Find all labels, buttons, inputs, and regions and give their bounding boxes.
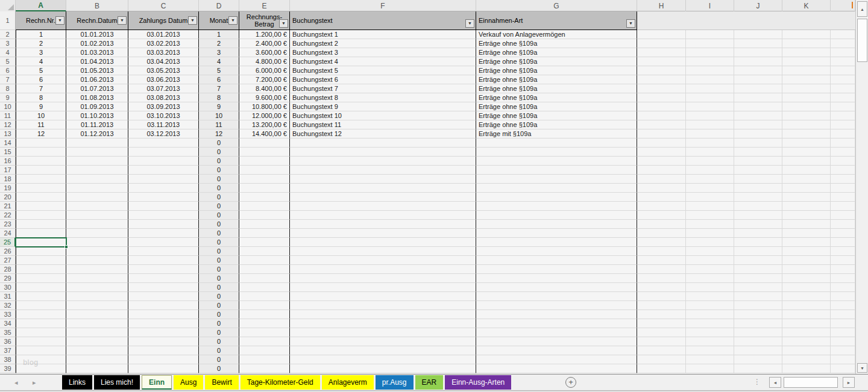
cell-I22[interactable]	[686, 211, 734, 220]
cell-E20[interactable]	[239, 193, 290, 202]
cell-E39[interactable]	[239, 364, 290, 373]
column-header-C[interactable]: C	[128, 0, 199, 11]
cell-I13[interactable]	[686, 129, 734, 138]
cell-B36[interactable]	[66, 337, 128, 346]
cell-H6[interactable]	[637, 66, 686, 75]
cell-K12[interactable]	[782, 120, 831, 129]
cell-G4[interactable]: Erträge ohne §109a	[476, 48, 637, 57]
cell-K2[interactable]	[782, 30, 831, 39]
cell-K24[interactable]	[782, 229, 831, 238]
cell-E19[interactable]	[239, 184, 290, 193]
cell-A5[interactable]: 4	[16, 57, 66, 66]
cell-K22[interactable]	[782, 211, 831, 220]
column-header-F[interactable]: F	[290, 0, 476, 11]
cell-C28[interactable]	[128, 265, 199, 274]
cell-B27[interactable]	[66, 256, 128, 265]
cell-J24[interactable]	[734, 229, 782, 238]
cell-A8[interactable]: 7	[16, 84, 66, 93]
cell-G10[interactable]: Erträge ohne §109a	[476, 102, 637, 111]
cell-D22[interactable]: 0	[199, 211, 239, 220]
cell-H5[interactable]	[637, 57, 686, 66]
cell-K34[interactable]	[782, 319, 831, 328]
cell-B9[interactable]: 01.08.2013	[66, 93, 128, 102]
column-header-G[interactable]: G	[476, 0, 637, 11]
cell-G37[interactable]	[476, 346, 637, 355]
cell-D39[interactable]: 0	[199, 364, 239, 373]
cell-I8[interactable]	[686, 84, 734, 93]
cell-G27[interactable]	[476, 256, 637, 265]
cell-A3[interactable]: 2	[16, 39, 66, 48]
cell-D37[interactable]: 0	[199, 346, 239, 355]
cell-H31[interactable]	[637, 292, 686, 301]
row-header-27[interactable]: 27	[0, 256, 16, 265]
cell-H20[interactable]	[637, 193, 686, 202]
cell-I34[interactable]	[686, 319, 734, 328]
cell-K20[interactable]	[782, 193, 831, 202]
cell-B24[interactable]	[66, 229, 128, 238]
cell-I10[interactable]	[686, 102, 734, 111]
cell-A26[interactable]	[16, 247, 66, 256]
cell-J31[interactable]	[734, 292, 782, 301]
cell-F36[interactable]	[290, 337, 476, 346]
cell-K33[interactable]	[782, 310, 831, 319]
cell-E23[interactable]	[239, 220, 290, 229]
cell-C22[interactable]	[128, 211, 199, 220]
scroll-right-icon[interactable]: ►	[843, 377, 855, 388]
cell-F23[interactable]	[290, 220, 476, 229]
filter-dropdown-icon[interactable]: ▼	[228, 16, 237, 25]
cell-B15[interactable]	[66, 148, 128, 157]
cell-J26[interactable]	[734, 247, 782, 256]
row-header-32[interactable]: 32	[0, 301, 16, 310]
cell-G19[interactable]	[476, 184, 637, 193]
cell-K10[interactable]	[782, 102, 831, 111]
cell-F8[interactable]: Buchungstext 7	[290, 84, 476, 93]
cell-A11[interactable]: 10	[16, 111, 66, 120]
row-header-9[interactable]: 9	[0, 93, 16, 102]
row-header-37[interactable]: 37	[0, 346, 16, 355]
cell-I36[interactable]	[686, 337, 734, 346]
cell-H33[interactable]	[637, 310, 686, 319]
cell-I9[interactable]	[686, 93, 734, 102]
cell-J30[interactable]	[734, 283, 782, 292]
cell-D26[interactable]: 0	[199, 247, 239, 256]
cell-L37[interactable]	[831, 346, 855, 355]
cell-K17[interactable]	[782, 166, 831, 175]
row-header-30[interactable]: 30	[0, 283, 16, 292]
cell-K36[interactable]	[782, 337, 831, 346]
cell-J18[interactable]	[734, 175, 782, 184]
cell-C7[interactable]: 03.06.2013	[128, 75, 199, 84]
cell-H39[interactable]	[637, 364, 686, 373]
cell-I19[interactable]	[686, 184, 734, 193]
cell-F31[interactable]	[290, 292, 476, 301]
cell-B34[interactable]	[66, 319, 128, 328]
cell-E6[interactable]: 6.000,00 €	[239, 66, 290, 75]
row-header-18[interactable]: 18	[0, 175, 16, 184]
cell-D17[interactable]: 0	[199, 166, 239, 175]
cell-C30[interactable]	[128, 283, 199, 292]
cell-D34[interactable]: 0	[199, 319, 239, 328]
cell-C27[interactable]	[128, 256, 199, 265]
cell-A35[interactable]	[16, 328, 66, 337]
cell-J11[interactable]	[734, 111, 782, 120]
cell-H17[interactable]	[637, 166, 686, 175]
column-header-E[interactable]: E	[239, 0, 290, 11]
cell-D13[interactable]: 12	[199, 129, 239, 138]
cell-B6[interactable]: 01.05.2013	[66, 66, 128, 75]
cell-G28[interactable]	[476, 265, 637, 274]
cell-B35[interactable]	[66, 328, 128, 337]
cell-G33[interactable]	[476, 310, 637, 319]
cell-A27[interactable]	[16, 256, 66, 265]
cell-G8[interactable]: Erträge ohne §109a	[476, 84, 637, 93]
column-header-J[interactable]: J	[734, 0, 782, 11]
row-header-15[interactable]: 15	[0, 148, 16, 157]
cell-B25[interactable]	[66, 238, 128, 247]
cell-E24[interactable]	[239, 229, 290, 238]
cell-I28[interactable]	[686, 265, 734, 274]
cell-D35[interactable]: 0	[199, 328, 239, 337]
scroll-up-icon[interactable]: ▲	[857, 1, 867, 17]
selection-box[interactable]	[15, 237, 67, 247]
cell-C38[interactable]	[128, 355, 199, 364]
cell-K27[interactable]	[782, 256, 831, 265]
scroll-left-icon[interactable]: ◄	[769, 377, 781, 388]
cell-E35[interactable]	[239, 328, 290, 337]
